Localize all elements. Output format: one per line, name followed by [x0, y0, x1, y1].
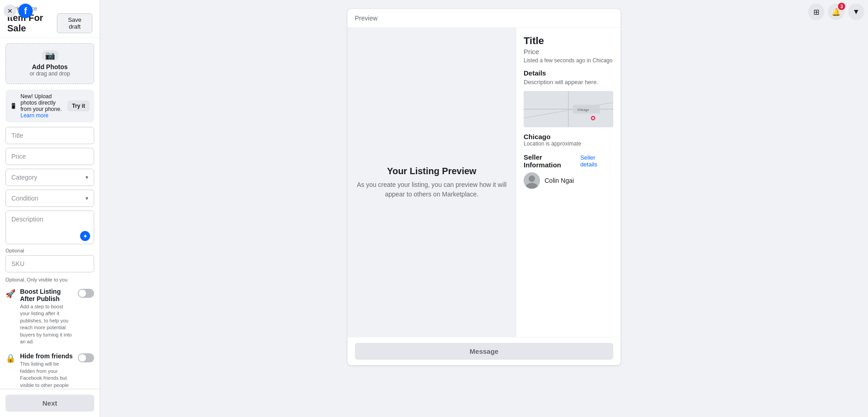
- map-preview: Chicago: [524, 91, 613, 127]
- seller-details-link[interactable]: Seller details: [580, 154, 613, 168]
- category-label: Category: [11, 174, 86, 181]
- facebook-logo: f: [18, 4, 33, 18]
- preview-card: Preview Your Listing Preview As you crea…: [348, 9, 621, 365]
- condition-select[interactable]: Condition ▾: [5, 190, 94, 207]
- profile-dropdown-button[interactable]: ▼: [848, 4, 864, 20]
- boost-listing-toggle[interactable]: [78, 289, 94, 298]
- grid-icon: ⊞: [813, 8, 819, 16]
- preview-description-text: Description will appear here.: [524, 79, 613, 85]
- next-button[interactable]: Next: [5, 395, 94, 412]
- grid-menu-button[interactable]: ⊞: [808, 4, 824, 20]
- preview-price: Price: [524, 48, 613, 55]
- title-input[interactable]: [5, 127, 94, 144]
- boost-listing-toggle-item: 🚀 Boost Listing After Publish Add a step…: [5, 288, 94, 345]
- notifications-button[interactable]: 🔔 3: [828, 4, 844, 20]
- preview-item-title: Title: [524, 35, 613, 47]
- phone-banner-text: New! Upload photos directly from your ph…: [20, 93, 64, 119]
- seller-avatar: [524, 172, 540, 189]
- preview-main-subtitle: As you create your listing, you can prev…: [357, 180, 507, 199]
- boost-listing-desc: Add a step to boost your listing after i…: [20, 303, 73, 345]
- preview-details: Title Price Listed a few seconds ago in …: [516, 28, 621, 337]
- optional-visible-label: Optional. Only visible to you: [5, 277, 94, 282]
- chevron-down-icon: ▼: [853, 8, 860, 16]
- category-select[interactable]: Category ▾: [5, 169, 94, 186]
- close-button[interactable]: ✕: [4, 5, 16, 17]
- preview-main-title: Your Listing Preview: [357, 166, 507, 176]
- message-button-wrap: Message: [348, 337, 621, 365]
- condition-chevron-icon: ▾: [86, 195, 88, 201]
- seller-info-label: Seller Information: [524, 153, 580, 169]
- hide-friends-toggle[interactable]: [78, 353, 94, 362]
- optional-label: Optional: [5, 248, 94, 253]
- condition-label: Condition: [11, 195, 86, 202]
- preview-header: Preview: [348, 9, 621, 28]
- preview-listed-text: Listed a few seconds ago in Chicago: [524, 57, 613, 64]
- photo-upload-area[interactable]: 📷 Add Photos or drag and drop: [5, 43, 94, 84]
- rocket-icon: 🚀: [5, 289, 15, 299]
- category-chevron-icon: ▾: [86, 174, 88, 181]
- camera-icon: 📷: [42, 50, 58, 60]
- drag-drop-label: or drag and drop: [30, 70, 70, 77]
- svg-text:Chicago: Chicago: [577, 108, 589, 112]
- message-button[interactable]: Message: [355, 343, 613, 360]
- boost-listing-title: Boost Listing After Publish: [20, 288, 73, 302]
- price-input[interactable]: [5, 148, 94, 165]
- description-wrapper: ✦: [5, 211, 94, 244]
- listing-sidebar: Marketplace Item For Sale Save draft 📷 A…: [0, 0, 100, 417]
- save-draft-button[interactable]: Save draft: [57, 13, 92, 33]
- preview-details-label: Details: [524, 69, 613, 77]
- try-button[interactable]: Try it: [67, 100, 90, 111]
- learn-more-link[interactable]: Learn more: [20, 112, 48, 119]
- seller-info-row: Colin Ngai: [524, 172, 613, 189]
- preview-image-area: Your Listing Preview As you create your …: [348, 28, 516, 337]
- svg-point-10: [529, 176, 535, 182]
- main-content: Preview Your Listing Preview As you crea…: [100, 0, 868, 417]
- add-photos-label: Add Photos: [32, 63, 68, 70]
- close-icon: ✕: [7, 7, 13, 15]
- preview-location-name: Chicago: [524, 133, 613, 141]
- description-ai-icon[interactable]: ✦: [80, 231, 90, 241]
- hide-friends-title: Hide from friends: [20, 352, 73, 360]
- phone-icon: 📱: [10, 103, 17, 109]
- phone-upload-banner: 📱 New! Upload photos directly from your …: [5, 90, 94, 122]
- notification-badge: 3: [838, 3, 845, 10]
- svg-point-8: [592, 117, 594, 119]
- lock-icon: 🔒: [5, 353, 15, 363]
- seller-name: Colin Ngai: [545, 177, 574, 184]
- sku-input[interactable]: [5, 255, 94, 272]
- preview-location-sub: Location is approximate: [524, 141, 613, 147]
